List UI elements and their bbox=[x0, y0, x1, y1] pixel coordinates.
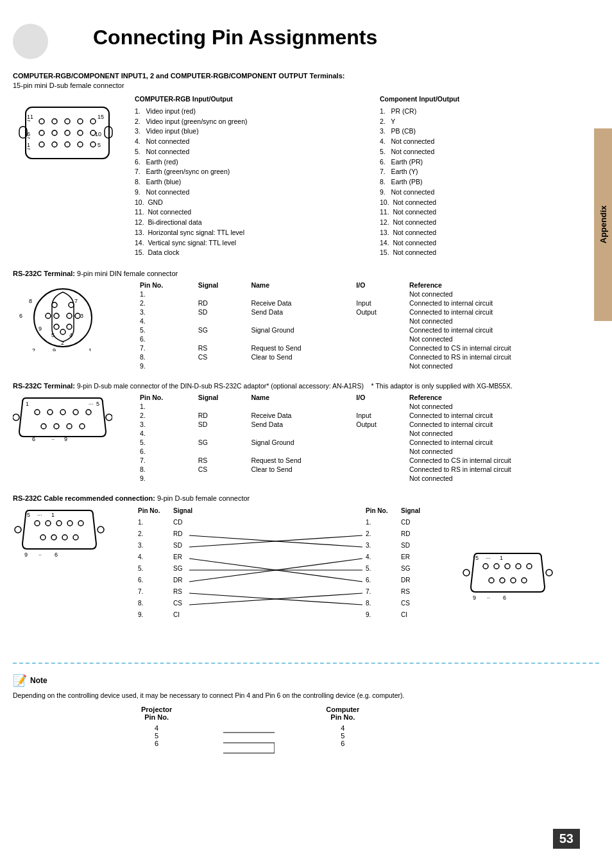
col1-pins: COMPUTER-RGB Input/Output 1. Video input… bbox=[135, 94, 354, 258]
svg-point-4 bbox=[78, 119, 83, 124]
svg-point-7 bbox=[52, 130, 57, 135]
svg-text:6: 6 bbox=[32, 436, 35, 442]
logo-circle bbox=[13, 24, 48, 59]
svg-point-36 bbox=[60, 329, 65, 334]
svg-text:··: ·· bbox=[51, 436, 55, 442]
svg-text:Signal: Signal bbox=[173, 507, 192, 514]
svg-text:8.: 8. bbox=[138, 600, 143, 607]
svg-text:6: 6 bbox=[55, 551, 58, 558]
svg-text:RD: RD bbox=[173, 530, 182, 537]
svg-text:Pin No.: Pin No. bbox=[366, 507, 388, 514]
svg-text:RS: RS bbox=[401, 588, 410, 595]
svg-point-30 bbox=[46, 313, 51, 318]
svg-text:4: 4 bbox=[69, 332, 72, 338]
section-rs232c-din: RS-232C Terminal: 9-pin mini DIN female … bbox=[13, 270, 599, 370]
svg-text:CS: CS bbox=[401, 600, 410, 607]
svg-point-49 bbox=[47, 410, 53, 415]
table-row: 2.RDReceive DataInputConnected to intern… bbox=[135, 411, 599, 420]
svg-point-34 bbox=[54, 324, 59, 329]
th-pin2: Pin No. bbox=[135, 393, 193, 402]
svg-point-135 bbox=[500, 578, 505, 583]
svg-text:5.: 5. bbox=[366, 565, 371, 572]
section-divider bbox=[13, 663, 599, 664]
col1-pin14: 14. Vertical sync signal: TTL level bbox=[135, 238, 354, 248]
svg-text:1: 1 bbox=[500, 555, 503, 561]
svg-text:CD: CD bbox=[401, 519, 410, 526]
col1-pin7: 7. Earth (green/sync on green) bbox=[135, 167, 354, 177]
note-table: ProjectorPin No. 4 5 6 ComputerPin No. bbox=[141, 706, 599, 762]
svg-text:10: 10 bbox=[95, 131, 101, 137]
section1-pin-content: COMPUTER-RGB Input/Output 1. Video input… bbox=[135, 94, 599, 258]
note-title-row: 📝 Note bbox=[13, 673, 599, 688]
svg-point-31 bbox=[54, 313, 59, 318]
svg-text:3.: 3. bbox=[366, 542, 371, 549]
svg-point-69 bbox=[78, 521, 83, 526]
col1-pin10: 10. GND bbox=[135, 198, 354, 208]
dsub9-diagram-container: 1 ··· 5 6 ·· 9 bbox=[13, 393, 128, 483]
svg-point-74 bbox=[15, 526, 21, 533]
svg-point-58 bbox=[106, 414, 112, 421]
svg-point-137 bbox=[522, 578, 527, 583]
section4-subtitle: 9-pin D-sub female connector bbox=[157, 494, 250, 502]
th-io: I/O bbox=[351, 281, 404, 290]
col1-pin6: 6. Earth (red) bbox=[135, 157, 354, 168]
svg-text:CD: CD bbox=[173, 519, 182, 526]
table-row: 5.SGSignal GroundConnected to internal c… bbox=[135, 438, 599, 447]
svg-text:ER: ER bbox=[173, 553, 182, 560]
projector-col: ProjectorPin No. 4 5 6 bbox=[141, 706, 172, 762]
col2-pin7: 7. Earth (Y) bbox=[380, 167, 599, 177]
proj-pin4: 4 bbox=[141, 724, 172, 732]
cable-left-svg: 5 ··· 1 9 ·· 6 bbox=[13, 505, 112, 608]
col1-pin4: 4. Not connected bbox=[135, 137, 354, 147]
table-row: 1.Not connected bbox=[135, 402, 599, 411]
svg-text:2: 2 bbox=[32, 347, 35, 351]
col2-pin3: 3. PB (CB) bbox=[380, 126, 599, 137]
svg-text:2.: 2. bbox=[138, 530, 143, 537]
db15-svg: 11 ~ 15 1 ~ 5 6 ~ 10 bbox=[13, 94, 119, 171]
svg-text:RS: RS bbox=[173, 588, 182, 595]
svg-point-54 bbox=[54, 424, 59, 429]
proj-pin6: 6 bbox=[141, 740, 172, 747]
svg-text:8: 8 bbox=[29, 298, 32, 304]
col1-pin13: 13. Horizontal sync signal: TTL level bbox=[135, 228, 354, 238]
svg-text:DR: DR bbox=[401, 577, 410, 584]
svg-text:CI: CI bbox=[173, 611, 180, 618]
appendix-label: Appendix bbox=[599, 205, 608, 243]
table-row: 1.Not connected bbox=[135, 290, 599, 299]
page-header: Connecting Pin Assignments bbox=[13, 13, 599, 59]
svg-point-55 bbox=[67, 424, 72, 429]
svg-text:9: 9 bbox=[53, 347, 56, 351]
computer-header: ComputerPin No. bbox=[326, 706, 359, 721]
svg-point-130 bbox=[494, 564, 499, 569]
table-row: 4.Not connected bbox=[135, 317, 599, 326]
col1-pin15: 15. Data clock bbox=[135, 248, 354, 258]
page-title: Connecting Pin Assignments bbox=[93, 26, 377, 49]
projector-header: ProjectorPin No. bbox=[141, 706, 172, 721]
dsub9-svg: 1 ··· 5 6 ·· 9 bbox=[13, 393, 112, 457]
table-row: 5.SGSignal GroundConnected to internal c… bbox=[135, 326, 599, 334]
svg-text:9: 9 bbox=[24, 551, 28, 558]
col1-header: COMPUTER-RGB Input/Output bbox=[135, 94, 354, 105]
th-name2: Name bbox=[246, 393, 351, 402]
table-row: 9.Not connected bbox=[135, 474, 599, 483]
svg-point-15 bbox=[90, 142, 96, 147]
section2-subtitle: 9-pin mini DIN female connector bbox=[77, 270, 178, 277]
svg-point-56 bbox=[80, 424, 85, 429]
svg-text:··: ·· bbox=[38, 551, 42, 558]
col2-pin8: 8. Earth (PB) bbox=[380, 177, 599, 187]
table-row: 9.Not connected bbox=[135, 361, 599, 370]
cable-right-svg: 5 ··· 1 9 ·· 6 bbox=[461, 548, 561, 651]
svg-text:2.: 2. bbox=[366, 530, 371, 537]
svg-text:···: ··· bbox=[89, 401, 94, 407]
svg-point-66 bbox=[46, 521, 51, 526]
svg-point-131 bbox=[505, 564, 510, 569]
page-number: 53 bbox=[553, 829, 580, 849]
svg-text:6.: 6. bbox=[138, 577, 143, 584]
note-section: 📝 Note Depending on the controlling devi… bbox=[13, 673, 599, 762]
svg-point-57 bbox=[13, 414, 19, 421]
svg-text:1: 1 bbox=[89, 347, 92, 351]
svg-text:ER: ER bbox=[401, 553, 410, 560]
svg-point-50 bbox=[60, 410, 65, 415]
svg-text:···: ··· bbox=[37, 512, 42, 518]
section3-table-container: Pin No. Signal Name I/O Reference 1.Not … bbox=[135, 393, 599, 483]
